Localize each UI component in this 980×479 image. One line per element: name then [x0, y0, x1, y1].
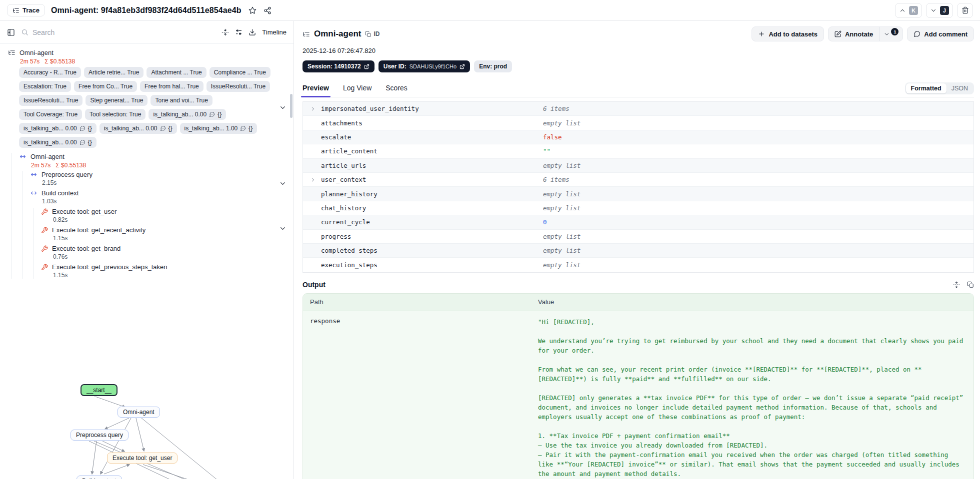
chevron-right-icon[interactable] — [303, 177, 316, 183]
state-key: execution_steps — [321, 261, 543, 269]
trace-tree-sidebar: Timeline Omni-agent 2m 57s Σ $0.55138 Ac… — [0, 21, 294, 479]
annotate-button[interactable]: Annotate — [828, 27, 879, 41]
state-row: execution_stepsempty list — [303, 258, 974, 272]
state-value: empty list — [543, 162, 580, 169]
tree-row-tool[interactable]: Execute tool: get_user — [41, 208, 294, 215]
state-value: empty list — [543, 261, 580, 269]
score-badge[interactable]: Free from hal... True — [140, 81, 204, 92]
state-key: chat_history — [321, 204, 543, 212]
score-badge[interactable]: Accuracy - R... True — [19, 67, 81, 78]
delete-trace-button[interactable] — [957, 3, 973, 18]
hotkey-j-badge: J — [940, 6, 949, 15]
chevron-right-icon[interactable] — [303, 106, 316, 112]
score-badge[interactable]: Free from Co... True — [74, 81, 137, 92]
graph-node-omni-agent[interactable]: Omni-agent — [118, 407, 160, 418]
detail-tabs: Preview Log View Scores Formatted JSON — [302, 80, 974, 97]
span-name: Execute tool: get_previous_steps_taken — [52, 263, 168, 271]
tree-scrollbar-thumb[interactable] — [290, 94, 292, 118]
tree-row-tool[interactable]: Execute tool: get_recent_activity — [41, 226, 294, 234]
score-badge[interactable]: is_talking_ab... 0.00{} — [148, 109, 226, 120]
trace-type-chip[interactable]: Trace — [7, 4, 45, 16]
score-badge[interactable]: IssueResoluti... True — [206, 81, 270, 92]
score-badge[interactable]: Article retrie... True — [84, 67, 144, 78]
score-badge[interactable]: is_talking_ab... 0.00{} — [19, 123, 96, 134]
state-key: completed_steps — [321, 247, 543, 254]
annotate-dropdown-button[interactable]: 1 — [879, 27, 902, 41]
annotate-split-button: Annotate 1 — [828, 26, 903, 41]
share-icon[interactable] — [264, 6, 272, 14]
collapse-chevron-icon[interactable] — [279, 225, 286, 232]
span-name: Build context — [42, 189, 78, 197]
hotkey-k-badge: K — [909, 6, 918, 15]
score-badge[interactable]: Tone and voi... True — [150, 95, 212, 106]
external-link-icon — [460, 64, 465, 69]
chevron-up-icon — [899, 7, 906, 14]
tree-row-tool[interactable]: Execute tool: get_previous_steps_taken — [41, 263, 294, 271]
state-value: empty list — [543, 233, 580, 240]
tab-log-view[interactable]: Log View — [343, 84, 372, 97]
state-key: user_context — [321, 176, 543, 183]
graph-node-build-context[interactable]: Build context — [76, 476, 122, 479]
settings-sliders-icon[interactable] — [235, 28, 242, 36]
graph-node--start-[interactable]: __start__ — [80, 384, 118, 396]
score-badge[interactable]: Tool Coverage: True — [19, 109, 82, 120]
score-badge[interactable]: Escalation: True — [19, 81, 71, 92]
tab-preview[interactable]: Preview — [302, 84, 329, 97]
input-state-table: impersonated_user_identity6 itemsattachm… — [302, 101, 974, 273]
copy-id-chip[interactable]: ID — [365, 30, 380, 37]
wrench-icon — [41, 227, 48, 234]
collapse-panel-icon[interactable] — [7, 28, 15, 36]
collapse-chevron-icon[interactable] — [279, 104, 286, 111]
format-formatted[interactable]: Formatted — [906, 83, 946, 93]
state-key: article_urls — [321, 162, 543, 169]
state-row[interactable]: impersonated_user_identity6 items — [303, 102, 974, 116]
state-key: current_cycle — [321, 218, 543, 226]
trace-title: Omni-agent: 9f4a81eb3df983f24d64d511e854… — [51, 6, 242, 15]
score-badge[interactable]: Compliance ... True — [210, 67, 270, 78]
agent-graph: __start__Omni-agentPreprocess queryExecu… — [0, 341, 294, 479]
state-row: completed_stepsempty list — [303, 244, 974, 258]
tree-row-tool[interactable]: Execute tool: get_brand — [41, 245, 294, 252]
search-box[interactable] — [21, 28, 216, 36]
download-icon[interactable] — [248, 28, 256, 36]
score-badge[interactable]: IssueResoluti... True — [19, 95, 82, 106]
state-key: escalate — [321, 133, 543, 141]
unfold-vertical-icon[interactable] — [953, 281, 960, 288]
fold-all-icon[interactable] — [222, 28, 229, 36]
score-badge[interactable]: Tool selection: True — [85, 109, 146, 120]
user-id-badge[interactable]: User ID: SDAHUSLy9f1CHo — [378, 60, 470, 72]
format-json[interactable]: JSON — [946, 83, 973, 93]
add-comment-button[interactable]: Add comment — [907, 26, 974, 41]
duration: 2.15s — [42, 179, 294, 186]
search-input[interactable] — [32, 28, 216, 36]
score-badge[interactable]: Step generat... True — [86, 95, 148, 106]
next-trace-button[interactable]: J — [926, 3, 953, 18]
agent-metrics: 2m 57s Σ $0.55138 — [31, 162, 294, 169]
span-name: Execute tool: get_brand — [52, 245, 120, 252]
move-horizontal-icon — [30, 189, 38, 197]
score-badge[interactable]: is_talking_ab... 0.00{} — [100, 123, 177, 134]
tree-row-agent[interactable]: Omni-agent — [19, 153, 294, 160]
prev-trace-button[interactable]: K — [895, 3, 922, 18]
state-row: article_urlsempty list — [303, 159, 974, 173]
add-to-datasets-button[interactable]: Add to datasets — [752, 26, 824, 41]
graph-node-preprocess-query[interactable]: Preprocess query — [70, 430, 128, 441]
copy-icon[interactable] — [967, 281, 974, 288]
session-badge[interactable]: Session: 14910372 — [302, 60, 374, 72]
graph-node-execute-tool-get-user[interactable]: Execute tool: get_user — [107, 453, 178, 464]
tree-row-root[interactable]: Omni-agent — [8, 49, 294, 56]
duration: 1.15s — [53, 272, 294, 279]
collapse-chevron-icon[interactable] — [279, 180, 286, 187]
score-badge[interactable]: is_talking_ab... 0.00{} — [19, 137, 96, 148]
star-icon[interactable] — [248, 6, 256, 14]
tab-scores[interactable]: Scores — [386, 84, 408, 97]
score-badge[interactable]: Attachment ... True — [146, 67, 206, 78]
state-value: empty list — [543, 247, 580, 254]
timeline-toggle[interactable]: Timeline — [262, 28, 286, 36]
tree-row-span[interactable]: Preprocess query — [30, 171, 294, 178]
state-row[interactable]: user_context6 items — [303, 173, 974, 187]
score-badge[interactable]: is_talking_ab... 1.00{} — [180, 123, 258, 134]
list-tree-icon — [12, 7, 20, 14]
tree-row-span[interactable]: Build context — [30, 189, 294, 197]
output-path: response — [310, 317, 538, 479]
